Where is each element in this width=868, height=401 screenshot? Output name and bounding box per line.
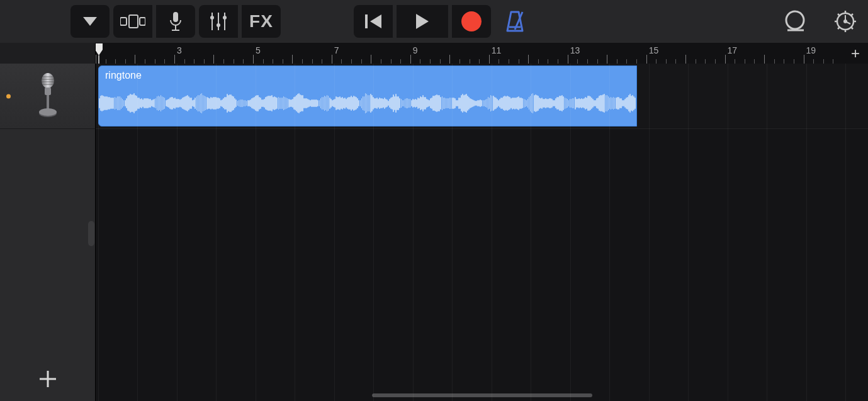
plus-icon xyxy=(37,368,59,390)
metronome-icon xyxy=(504,9,526,33)
toolbar: FX xyxy=(0,0,868,43)
metronome-button[interactable] xyxy=(499,5,531,38)
mixer-button[interactable] xyxy=(199,5,238,38)
svg-point-31 xyxy=(42,73,54,88)
play-icon xyxy=(415,13,430,30)
tracks-area: ringtone xyxy=(0,64,868,401)
ruler-number: 17 xyxy=(728,45,738,55)
svg-point-13 xyxy=(461,11,482,31)
microphone-icon xyxy=(169,11,183,31)
svg-line-26 xyxy=(851,14,854,16)
ruler-number: 13 xyxy=(570,45,580,55)
svg-rect-32 xyxy=(45,88,51,95)
fx-button[interactable]: FX xyxy=(242,5,281,38)
svg-point-11 xyxy=(223,16,227,20)
svg-line-25 xyxy=(851,27,854,30)
timeline-ruler[interactable]: 35791113151719 xyxy=(96,43,843,64)
plus-icon: + xyxy=(851,45,860,62)
svg-point-9 xyxy=(217,23,220,27)
svg-line-24 xyxy=(838,14,840,16)
ruler-number: 7 xyxy=(334,45,339,55)
playhead[interactable] xyxy=(96,43,104,64)
add-track-button[interactable] xyxy=(0,368,96,390)
ruler-row: 35791113151719 + xyxy=(0,43,868,64)
svg-rect-12 xyxy=(365,14,368,28)
ruler-number: 19 xyxy=(806,45,816,55)
settings-button[interactable] xyxy=(829,5,862,38)
track-layout-button[interactable] xyxy=(113,5,152,38)
cycle-loop-icon xyxy=(782,9,808,34)
track-lane[interactable]: ringtone xyxy=(96,64,868,129)
svg-rect-1 xyxy=(129,15,138,28)
ruler-number: 3 xyxy=(177,45,182,55)
svg-line-27 xyxy=(838,27,840,30)
track-headers xyxy=(0,64,96,401)
rewind-button[interactable] xyxy=(354,5,393,38)
svg-rect-0 xyxy=(120,18,127,25)
view-menu-button[interactable] xyxy=(70,5,110,38)
track-status-dot xyxy=(6,94,11,98)
timeline[interactable]: ringtone xyxy=(96,64,868,401)
vertical-scroll-thumb[interactable] xyxy=(88,221,94,246)
svg-point-16 xyxy=(786,11,804,29)
track-layout-icon xyxy=(120,14,145,28)
svg-rect-2 xyxy=(140,18,145,25)
microphone-stand-icon xyxy=(35,73,60,120)
track-header[interactable] xyxy=(0,64,95,129)
svg-point-35 xyxy=(39,108,57,116)
record-icon xyxy=(460,10,483,33)
loop-button[interactable] xyxy=(779,5,811,38)
svg-point-7 xyxy=(210,16,214,20)
sliders-icon xyxy=(209,11,228,31)
waveform xyxy=(99,86,636,121)
ruler-number: 15 xyxy=(649,45,659,55)
ruler-number: 11 xyxy=(492,45,502,55)
timeline-empty-area[interactable] xyxy=(96,129,868,401)
svg-rect-3 xyxy=(173,12,178,22)
ruler-number: 9 xyxy=(413,45,418,55)
record-button[interactable] xyxy=(452,5,491,38)
ruler-gutter xyxy=(0,43,96,64)
audio-region[interactable]: ringtone xyxy=(98,65,637,127)
gear-icon xyxy=(833,9,857,33)
region-label: ringtone xyxy=(99,66,636,82)
input-mic-button[interactable] xyxy=(156,5,195,38)
ruler-number: 5 xyxy=(256,45,261,55)
rewind-start-icon xyxy=(364,13,383,30)
fx-label: FX xyxy=(249,11,273,31)
triangle-down-icon xyxy=(82,16,98,27)
add-section-button[interactable]: + xyxy=(843,43,868,64)
play-button[interactable] xyxy=(397,5,448,38)
horizontal-scroll-thumb[interactable] xyxy=(372,393,592,397)
